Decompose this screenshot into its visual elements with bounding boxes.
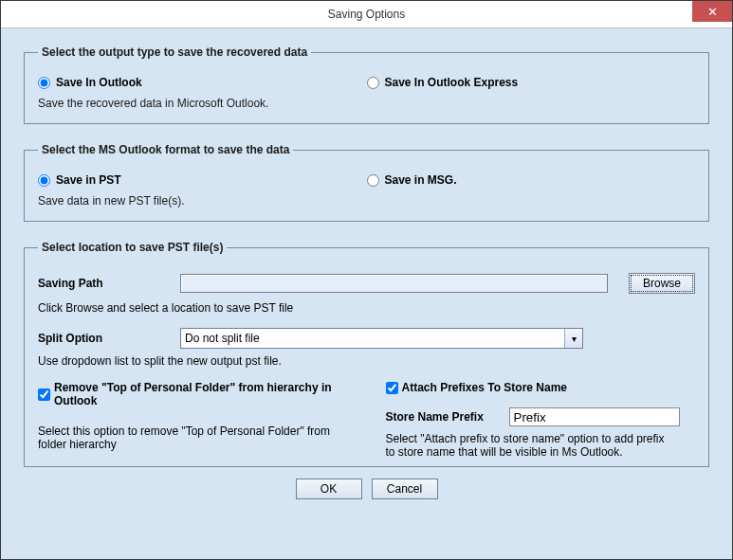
split-hint: Use dropdown list to split the new outpu… [38, 354, 695, 368]
radio-save-in-outlook-express-input[interactable] [367, 77, 379, 89]
radio-save-msg-label: Save in MSG. [385, 173, 457, 187]
group-format: Select the MS Outlook format to save the… [24, 143, 709, 222]
close-icon: ✕ [707, 5, 718, 19]
radio-save-in-outlook-express-label: Save In Outlook Express [385, 76, 519, 89]
attach-prefix-hint: Select "Attach prefix to store name" opt… [386, 432, 670, 459]
window-title: Saving Options [1, 8, 732, 21]
dialog-body: Select the output type to save the recov… [1, 28, 732, 559]
group-location: Select location to save PST file(s) Savi… [24, 241, 709, 467]
radio-save-pst-label: Save in PST [56, 173, 121, 187]
cancel-button[interactable]: Cancel [372, 479, 438, 499]
store-prefix-input[interactable] [509, 407, 680, 426]
radio-save-in-outlook-input[interactable] [38, 77, 50, 89]
group-output-type-legend: Select the output type to save the recov… [38, 45, 311, 59]
browse-hint: Click Browse and select a location to sa… [38, 301, 695, 315]
radio-save-pst[interactable]: Save in PST [38, 173, 367, 187]
checkbox-remove-top-input[interactable] [38, 388, 50, 401]
ok-button[interactable]: OK [296, 479, 362, 499]
group-location-legend: Select location to save PST file(s) [38, 241, 227, 254]
checkbox-attach-prefix-input[interactable] [386, 382, 398, 394]
close-button[interactable]: ✕ [692, 1, 732, 22]
group-output-type: Select the output type to save the recov… [24, 45, 709, 124]
browse-button[interactable]: Browse [629, 273, 695, 294]
format-desc: Save data in new PST file(s). [38, 194, 367, 208]
store-prefix-label: Store Name Prefix [386, 410, 509, 424]
radio-save-pst-input[interactable] [38, 174, 50, 187]
titlebar: Saving Options ✕ [1, 1, 732, 28]
group-format-legend: Select the MS Outlook format to save the… [38, 143, 293, 156]
split-option-label: Split Option [38, 332, 180, 345]
saving-path-label: Saving Path [38, 277, 180, 290]
footer-buttons: OK Cancel [24, 479, 709, 499]
radio-save-in-outlook[interactable]: Save In Outlook [38, 76, 367, 89]
split-option-select-wrap[interactable]: Do not split file ▾ [180, 328, 583, 349]
radio-save-in-outlook-label: Save In Outlook [56, 76, 142, 89]
saving-options-window: Saving Options ✕ Select the output type … [0, 0, 733, 560]
checkbox-remove-top-label: Remove "Top of Personal Folder" from hie… [54, 381, 367, 407]
saving-path-input[interactable] [180, 274, 608, 293]
radio-save-msg[interactable]: Save in MSG. [367, 173, 696, 187]
split-option-select[interactable]: Do not split file [180, 328, 583, 349]
radio-save-msg-input[interactable] [367, 174, 379, 187]
checkbox-remove-top[interactable]: Remove "Top of Personal Folder" from hie… [38, 381, 367, 407]
checkbox-attach-prefix[interactable]: Attach Prefixes To Store Name [386, 381, 715, 394]
remove-top-hint: Select this option to remove "Top of Per… [38, 425, 341, 451]
output-type-desc: Save the recovered data in Microsoft Out… [38, 97, 367, 110]
radio-save-in-outlook-express[interactable]: Save In Outlook Express [367, 76, 696, 89]
checkbox-attach-prefix-label: Attach Prefixes To Store Name [402, 381, 568, 394]
